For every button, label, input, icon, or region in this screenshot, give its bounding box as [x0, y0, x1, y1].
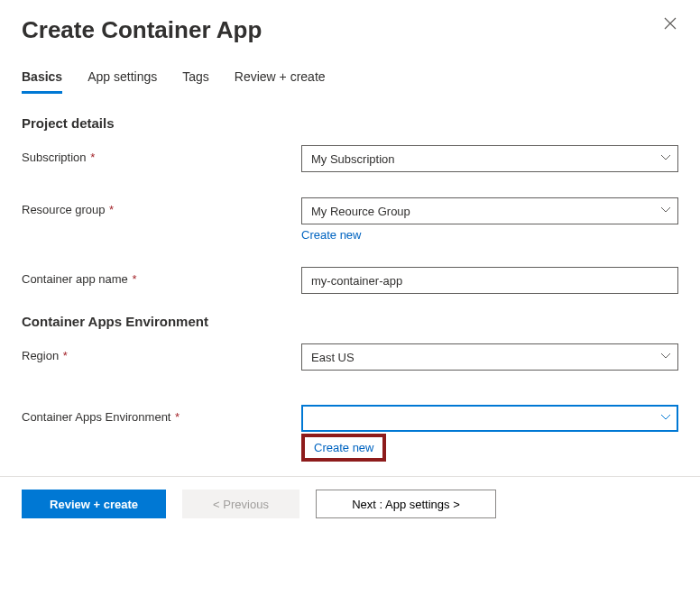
next-button[interactable]: Next : App settings >	[316, 490, 496, 518]
label-container-apps-environment: Container Apps Environment *	[22, 405, 301, 424]
create-new-environment-link[interactable]: Create new	[314, 441, 373, 454]
label-container-app-name: Container app name *	[22, 267, 301, 286]
create-container-app-panel: Create Container App Basics App settings…	[0, 0, 700, 462]
required-asterisk: *	[129, 272, 137, 286]
subscription-select[interactable]: My Subscription	[301, 145, 678, 172]
tabs: Basics App settings Tags Review + create	[22, 69, 678, 94]
close-icon[interactable]	[662, 16, 678, 32]
label-subscription: Subscription *	[22, 145, 301, 164]
required-asterisk: *	[88, 151, 96, 164]
review-create-button[interactable]: Review + create	[22, 490, 166, 518]
container-app-name-input[interactable]: my-container-app	[301, 267, 678, 294]
section-project-details: Project details	[22, 115, 678, 131]
page-title: Create Container App	[22, 16, 678, 44]
region-select[interactable]: East US	[301, 343, 678, 371]
resource-group-select[interactable]: My Reource Group	[301, 197, 678, 224]
tab-app-settings[interactable]: App settings	[88, 69, 157, 94]
previous-button: < Previous	[182, 490, 299, 518]
label-region: Region *	[22, 343, 301, 362]
create-new-environment-highlight: Create new	[301, 434, 386, 462]
tab-basics[interactable]: Basics	[22, 69, 62, 94]
tab-review-create[interactable]: Review + create	[235, 69, 326, 94]
required-asterisk: *	[60, 349, 68, 362]
section-container-apps-environment: Container Apps Environment	[22, 314, 678, 329]
required-asterisk: *	[171, 410, 180, 424]
create-new-resource-group-link[interactable]: Create new	[301, 228, 361, 242]
container-apps-environment-select[interactable]	[301, 405, 678, 432]
label-resource-group: Resource group *	[22, 197, 301, 216]
footer: Review + create < Previous Next : App se…	[0, 476, 700, 536]
tab-tags[interactable]: Tags	[182, 69, 209, 94]
required-asterisk: *	[106, 203, 115, 216]
